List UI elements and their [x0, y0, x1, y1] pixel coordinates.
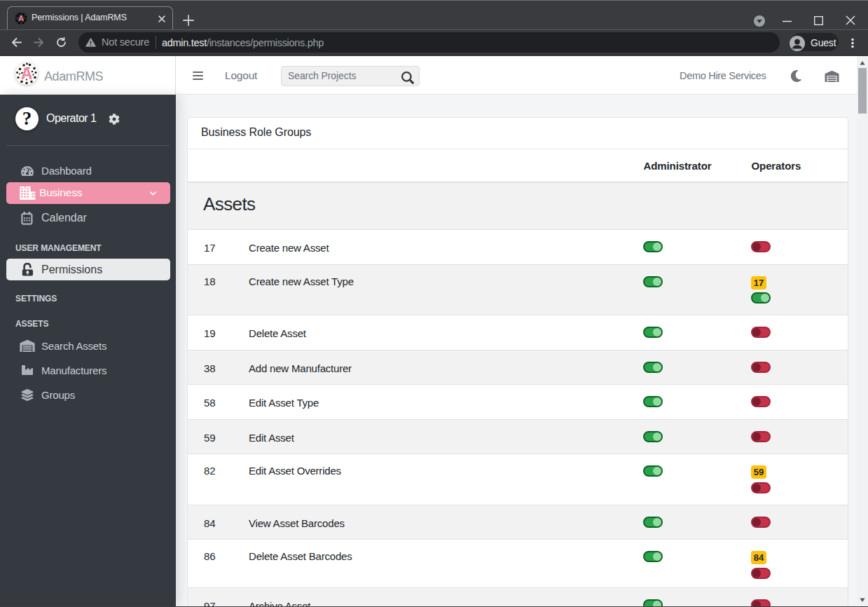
svg-text:A: A	[18, 14, 24, 22]
svg-text:A: A	[21, 64, 33, 83]
